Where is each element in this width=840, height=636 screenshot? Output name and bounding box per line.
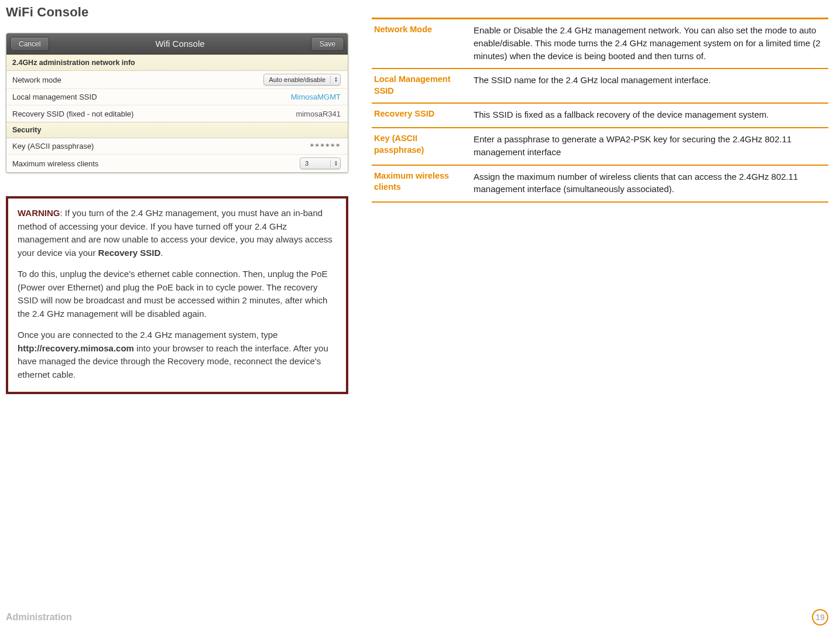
network-mode-label: Network mode <box>12 76 61 84</box>
admin-section-header: 2.4GHz administration network info <box>6 54 348 71</box>
footer-section-label: Administration <box>6 612 72 623</box>
def-row: Local Management SSID The SSID name for … <box>372 69 828 104</box>
warning-paragraph-1: WARNING: If you turn of the 2.4 GHz mana… <box>18 207 337 259</box>
def-val: Enable or Disable the 2.4 GHz management… <box>474 24 826 62</box>
key-row: Key (ASCII passphrase) ****** <box>6 138 348 155</box>
definitions-table: Network Mode Enable or Disable the 2.4 G… <box>372 18 828 203</box>
save-button[interactable]: Save <box>311 37 344 51</box>
warning-paragraph-2: To do this, unplug the device's ethernet… <box>18 268 337 320</box>
def-row: Key (ASCII passphrase) Enter a passphras… <box>372 128 828 166</box>
warning-title: WARNING <box>18 208 60 218</box>
max-clients-row: Maximum wireless clients 3 ▲▼ <box>6 155 348 172</box>
recovery-ssid-label: Recovery SSID (fixed - not editable) <box>12 110 133 118</box>
security-section-header: Security <box>6 122 348 138</box>
page-number: 19 <box>812 609 828 625</box>
def-key: Key (ASCII passphrase) <box>374 133 462 159</box>
local-ssid-row: Local management SSID MimosaMGMT <box>6 89 348 105</box>
warning-p1c: . <box>160 248 163 258</box>
def-row: Maximum wireless clients Assign the maxi… <box>372 166 828 203</box>
recovery-ssid-value: mimosaR341 <box>296 110 341 118</box>
select-arrows-icon: ▲▼ <box>330 76 338 84</box>
page-title: WiFi Console <box>6 5 348 20</box>
def-val: Assign the maximum number of wireless cl… <box>474 170 826 196</box>
def-key: Local Management SSID <box>374 74 462 97</box>
page-footer: Administration 19 <box>6 609 828 625</box>
def-val: Enter a passphrase to generate a WPA2-PS… <box>474 133 826 159</box>
panel-header: Cancel Wifi Console Save <box>6 33 348 54</box>
network-mode-row: Network mode Auto enable/disable ▲▼ <box>6 71 348 89</box>
max-clients-value: 3 <box>305 160 325 167</box>
warning-box: WARNING: If you turn of the 2.4 GHz mana… <box>6 196 348 394</box>
def-key: Network Mode <box>374 24 462 62</box>
key-label: Key (ASCII passphrase) <box>12 142 94 151</box>
recovery-ssid-row: Recovery SSID (fixed - not editable) mim… <box>6 105 348 122</box>
def-key: Maximum wireless clients <box>374 170 462 196</box>
warning-p3a: Once you are connected to the 2.4 GHz ma… <box>18 330 277 340</box>
def-val: This SSID is fixed as a fallback recover… <box>474 108 826 121</box>
panel-title: Wifi Console <box>49 39 310 49</box>
local-ssid-value[interactable]: MimosaMGMT <box>291 93 341 101</box>
def-row: Network Mode Enable or Disable the 2.4 G… <box>372 19 828 69</box>
network-mode-select[interactable]: Auto enable/disable ▲▼ <box>263 74 341 86</box>
warning-recovery-url: http://recovery.mimosa.com <box>18 343 134 353</box>
max-clients-stepper[interactable]: 3 ▲▼ <box>300 158 341 169</box>
def-row: Recovery SSID This SSID is fixed as a fa… <box>372 104 828 128</box>
stepper-arrows-icon: ▲▼ <box>330 159 338 167</box>
network-mode-value: Auto enable/disable <box>269 76 325 83</box>
warning-paragraph-3: Once you are connected to the 2.4 GHz ma… <box>18 329 337 381</box>
wifi-console-panel: Cancel Wifi Console Save 2.4GHz administ… <box>6 33 348 173</box>
warning-recovery-ssid-bold: Recovery SSID <box>98 248 161 258</box>
def-val: The SSID name for the 2.4 GHz local mana… <box>474 74 826 97</box>
def-key: Recovery SSID <box>374 108 462 121</box>
key-value[interactable]: ****** <box>310 142 341 151</box>
local-ssid-label: Local management SSID <box>12 93 97 101</box>
warning-p1a: : If you turn of the 2.4 GHz management,… <box>18 208 332 258</box>
max-clients-label: Maximum wireless clients <box>12 159 98 168</box>
cancel-button[interactable]: Cancel <box>10 37 49 51</box>
